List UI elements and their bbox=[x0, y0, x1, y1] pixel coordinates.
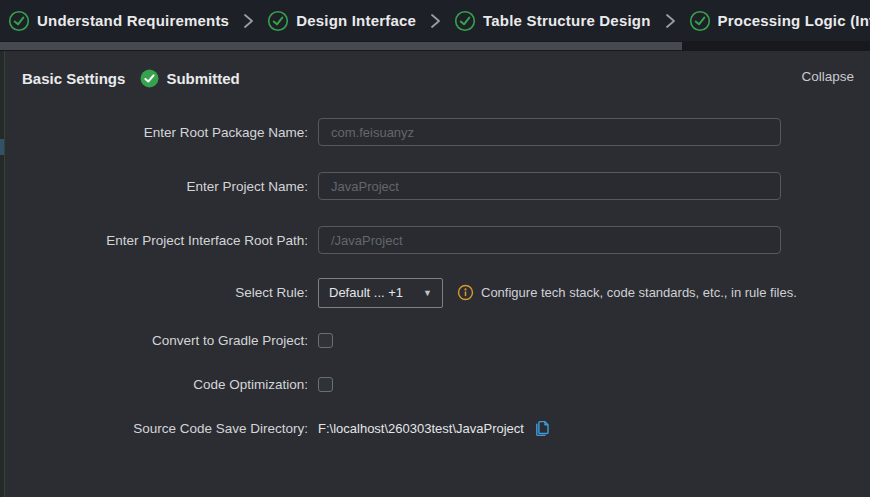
rule-hint-text: Configure tech stack, code standards, et… bbox=[481, 285, 797, 300]
copy-icon[interactable] bbox=[533, 419, 552, 438]
step-design-interface[interactable]: Design Interface bbox=[267, 10, 416, 32]
section-title: Basic Settings bbox=[22, 70, 125, 87]
left-edge-strip bbox=[0, 51, 5, 497]
select-rule-label: Select Rule: bbox=[0, 285, 308, 300]
step-understand-requirements[interactable]: Understand Requirements bbox=[8, 10, 229, 32]
chevron-separator-icon bbox=[427, 12, 443, 30]
code-optimization-label: Code Optimization: bbox=[0, 377, 308, 392]
step-processing-logic-interface[interactable]: Processing Logic (Interface) bbox=[689, 10, 870, 32]
status-text: Submitted bbox=[166, 70, 239, 87]
form-row-select-rule: Select Rule: Default ... +1 ▼ Configure … bbox=[0, 267, 870, 318]
left-strip-handle[interactable] bbox=[0, 139, 4, 155]
chevron-separator-icon bbox=[662, 12, 678, 30]
info-icon bbox=[457, 284, 474, 301]
horizontal-scrollbar-track[interactable] bbox=[0, 41, 870, 51]
root-package-label: Enter Root Package Name: bbox=[0, 125, 308, 140]
rule-select-dropdown[interactable]: Default ... +1 ▼ bbox=[318, 278, 443, 308]
code-optimization-checkbox[interactable] bbox=[318, 377, 333, 392]
project-name-input[interactable] bbox=[318, 172, 781, 200]
source-dir-label: Source Code Save Directory: bbox=[0, 421, 308, 436]
step-label: Understand Requirements bbox=[37, 12, 229, 29]
horizontal-scrollbar-thumb[interactable] bbox=[0, 42, 682, 50]
step-label: Processing Logic (Interface) bbox=[718, 12, 870, 29]
collapse-button[interactable]: Collapse bbox=[801, 69, 854, 84]
convert-gradle-checkbox[interactable] bbox=[318, 333, 333, 348]
check-circle-icon bbox=[454, 10, 476, 32]
dropdown-arrow-icon: ▼ bbox=[423, 288, 432, 298]
interface-root-path-label: Enter Project Interface Root Path: bbox=[0, 233, 308, 248]
step-table-structure-design[interactable]: Table Structure Design bbox=[454, 10, 651, 32]
convert-gradle-label: Convert to Gradle Project: bbox=[0, 333, 308, 348]
check-circle-icon bbox=[267, 10, 289, 32]
stepper-bar: Understand Requirements Design Interface… bbox=[0, 0, 870, 41]
step-label: Table Structure Design bbox=[483, 12, 651, 29]
section-header: Basic Settings Submitted Collapse bbox=[0, 51, 870, 105]
submitted-check-icon bbox=[140, 69, 159, 88]
form-row-convert-gradle: Convert to Gradle Project: bbox=[0, 318, 870, 362]
interface-root-path-input[interactable] bbox=[318, 226, 781, 254]
basic-settings-panel: Basic Settings Submitted Collapse Enter … bbox=[0, 51, 870, 497]
check-circle-icon bbox=[8, 10, 30, 32]
app-window: Understand Requirements Design Interface… bbox=[0, 0, 870, 497]
source-dir-path: F:\localhost\260303test\JavaProject bbox=[318, 421, 524, 436]
status-badge: Submitted bbox=[140, 69, 239, 88]
form-row-interface-root-path: Enter Project Interface Root Path: bbox=[0, 213, 870, 267]
check-circle-icon bbox=[689, 10, 711, 32]
form-row-code-optimization: Code Optimization: bbox=[0, 362, 870, 406]
root-package-input[interactable] bbox=[318, 118, 781, 146]
rule-hint: Configure tech stack, code standards, et… bbox=[457, 284, 797, 301]
project-name-label: Enter Project Name: bbox=[0, 179, 308, 194]
step-label: Design Interface bbox=[296, 12, 416, 29]
form-row-source-dir: Source Code Save Directory: F:\localhost… bbox=[0, 406, 870, 450]
form-row-project-name: Enter Project Name: bbox=[0, 159, 870, 213]
rule-select-value: Default ... +1 bbox=[329, 285, 403, 300]
chevron-separator-icon bbox=[240, 12, 256, 30]
form-row-root-package: Enter Root Package Name: bbox=[0, 105, 870, 159]
